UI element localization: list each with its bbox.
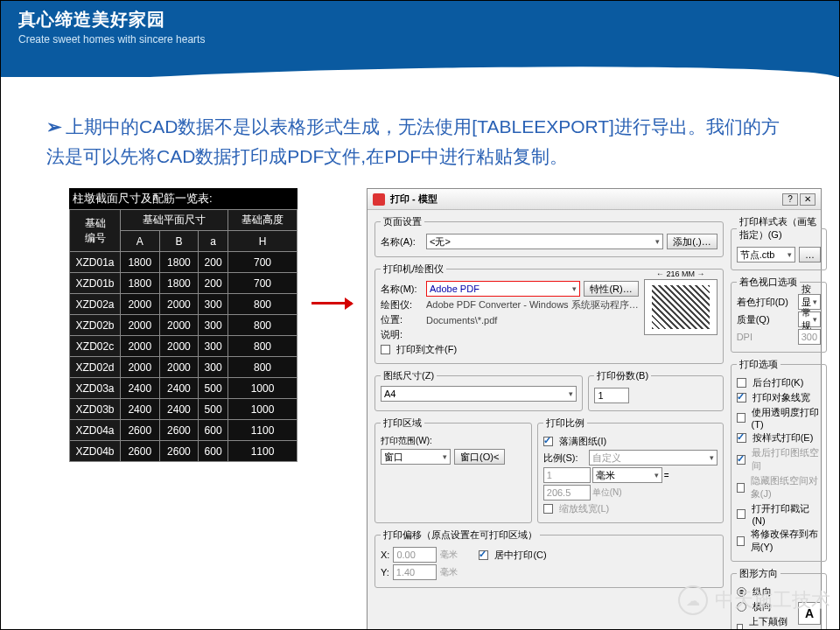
opt-save-layout-checkbox[interactable] — [737, 536, 745, 546]
offset-x-input[interactable]: 0.00 — [393, 547, 437, 563]
print-to-file-label: 打印到文件(F) — [396, 343, 457, 356]
close-icon[interactable]: ✕ — [800, 193, 816, 206]
printer-legend: 打印机/绘图仪 — [381, 262, 446, 276]
wechat-icon: ☁ — [678, 585, 708, 615]
add-page-setup-button[interactable]: 添加(.)… — [667, 234, 717, 249]
plot-style-select[interactable]: 节点.ctb — [737, 247, 795, 262]
copies-spinner[interactable]: 1 — [594, 388, 629, 403]
window-button[interactable]: 窗口(O)< — [454, 449, 505, 465]
table-row: XZD02a20002000300800 — [70, 294, 298, 315]
plot-range-select[interactable]: 窗口 — [381, 449, 451, 465]
viewport-legend: 着色视口选项 — [737, 276, 800, 289]
paper-preview-icon: ← 216 MM → — [644, 279, 718, 335]
dpi-input[interactable]: 300 — [798, 329, 821, 345]
dialog-title: 打印 - 模型 — [390, 192, 777, 206]
desc-label: 说明: — [381, 328, 423, 341]
paper-size-select[interactable]: A4 — [381, 386, 577, 402]
banner-cn: 真心缔造美好家园 — [18, 8, 822, 32]
table-row: XZD03b240024005001000 — [70, 399, 298, 420]
col-id: 基础 编号 — [70, 210, 121, 252]
banner-en: Create sweet homes with sincere hearts — [18, 33, 822, 46]
opt-bystyle-checkbox[interactable] — [737, 433, 746, 443]
page-name-select[interactable]: <无> — [426, 234, 663, 249]
range-label: 打印范围(W): — [381, 435, 432, 447]
table-row: XZD02d20002000300800 — [70, 357, 298, 378]
main-note: ➢上期中的CAD数据不是以表格形式生成，无法使用[TABLEEXPORT]进行导… — [1, 77, 839, 179]
location-value: Documents\*.pdf — [426, 315, 497, 326]
orientation-legend: 图形方向 — [737, 567, 780, 580]
cad-table: 基础 编号 基础平面尺寸 基础高度 A B a H XZD01a18001800… — [69, 209, 298, 462]
table-header-row1: 基础 编号 基础平面尺寸 基础高度 — [70, 210, 298, 231]
scale-group: 打印比例 落满图纸(I) 比例(S):自定义 1毫米= 206.5单位(N) 缩… — [537, 416, 724, 523]
copies-group: 打印份数(B) 1 — [588, 369, 723, 411]
printer-name-select[interactable]: Adobe PDF — [426, 281, 580, 297]
dpi-label: DPI — [737, 332, 794, 342]
options-legend: 打印选项 — [737, 358, 780, 371]
scale-den-input[interactable]: 206.5 — [543, 485, 591, 500]
table-row: XZD02c20002000300800 — [70, 336, 298, 357]
scale-den-unit: 单位(N) — [592, 486, 622, 499]
printer-properties-button[interactable]: 特性(R)… — [584, 281, 638, 297]
offset-y-input[interactable]: 1.40 — [393, 564, 437, 580]
plot-area-legend: 打印区域 — [381, 416, 424, 430]
col-H: H — [228, 231, 298, 252]
table-row: XZD04a260026006001100 — [70, 420, 298, 441]
cad-table-title: 柱墩截面尺寸及配筋一览表: — [69, 188, 298, 209]
opt-paperspace-last-checkbox[interactable] — [737, 455, 746, 465]
printer-name-label: 名称(M): — [381, 283, 423, 296]
center-checkbox[interactable] — [479, 550, 488, 560]
table-row: XZD04b260026006001100 — [70, 441, 298, 462]
quality-label: 质量(Q) — [737, 313, 794, 326]
page-setup-legend: 页面设置 — [381, 215, 424, 228]
scale-lineweight-label: 缩放线宽(L) — [559, 502, 609, 515]
watermark: ☁ 中天施工技术 — [678, 585, 830, 615]
banner-wave — [1, 51, 839, 77]
table-row: XZD03a240024005001000 — [70, 378, 298, 399]
paper-size-group: 图纸尺寸(Z) A4 — [374, 369, 583, 411]
opt-plotstamp-checkbox[interactable] — [737, 509, 746, 519]
scale-num-input[interactable]: 1 — [543, 467, 591, 483]
print-to-file-checkbox[interactable] — [381, 345, 390, 354]
opt-transparency-checkbox[interactable] — [737, 413, 746, 423]
page-name-label: 名称(A): — [381, 235, 423, 248]
scale-select[interactable]: 自定义 — [589, 450, 718, 466]
help-icon[interactable]: ? — [782, 193, 798, 206]
col-plan: 基础平面尺寸 — [121, 210, 228, 231]
dialog-titlebar[interactable]: 打印 - 模型 ? ✕ — [368, 189, 821, 210]
page-setup-group: 页面设置 名称(A): <无> 添加(.)… — [374, 215, 724, 257]
center-label: 居中打印(C) — [494, 549, 546, 562]
cad-table-wrap: 柱墩截面尺寸及配筋一览表: 基础 编号 基础平面尺寸 基础高度 A B a H … — [69, 188, 298, 462]
quality-select[interactable]: 常规 — [798, 312, 821, 327]
scale-unit-select[interactable]: 毫米 — [592, 467, 662, 483]
col-B: B — [159, 231, 199, 252]
opt-lineweight-checkbox[interactable] — [737, 393, 746, 402]
viewport-group: 着色视口选项 着色打印(D)按显示 质量(Q)常规 DPI300 — [731, 276, 827, 353]
plot-area-group: 打印区域 打印范围(W): 窗口窗口(O)< — [374, 416, 532, 523]
plot-style-group: 打印样式表（画笔指定）(G) 节点.ctb… — [731, 215, 827, 270]
edit-style-button[interactable]: … — [799, 247, 821, 262]
upside-label: 上下颠倒打印(-) — [749, 615, 793, 630]
red-arrow — [310, 188, 354, 304]
upside-checkbox[interactable] — [737, 624, 744, 630]
scale-lineweight-checkbox[interactable] — [543, 504, 553, 514]
shade-label: 着色打印(D) — [737, 296, 794, 309]
scale-label: 比例(S): — [543, 452, 585, 465]
opt-hide-paperspace-checkbox[interactable] — [737, 483, 745, 493]
opt-background-checkbox[interactable] — [737, 378, 746, 388]
plot-style-legend: 打印样式表（画笔指定）(G) — [737, 215, 821, 242]
banner: 真心缔造美好家园 Create sweet homes with sincere… — [1, 1, 839, 51]
offset-legend: 打印偏移（原点设置在可打印区域） — [381, 528, 540, 542]
fit-to-paper-checkbox[interactable] — [543, 437, 553, 446]
offset-y-label: Y: — [381, 567, 389, 578]
copies-legend: 打印份数(B) — [594, 369, 651, 382]
table-row: XZD02b20002000300800 — [70, 315, 298, 336]
printer-group: 打印机/绘图仪 名称(M): Adobe PDF 特性(R)… 绘图仪:Adob… — [374, 262, 724, 364]
plotter-label: 绘图仪: — [381, 298, 423, 312]
note-text: 上期中的CAD数据不是以表格形式生成，无法使用[TABLEEXPORT]进行导出… — [46, 116, 780, 166]
paper-size-legend: 图纸尺寸(Z) — [381, 369, 437, 382]
scale-legend: 打印比例 — [543, 416, 587, 430]
location-label: 位置: — [381, 313, 423, 326]
col-height: 基础高度 — [228, 210, 298, 231]
table-row: XZD01b18001800200700 — [70, 273, 298, 294]
watermark-text: 中天施工技术 — [715, 587, 830, 613]
